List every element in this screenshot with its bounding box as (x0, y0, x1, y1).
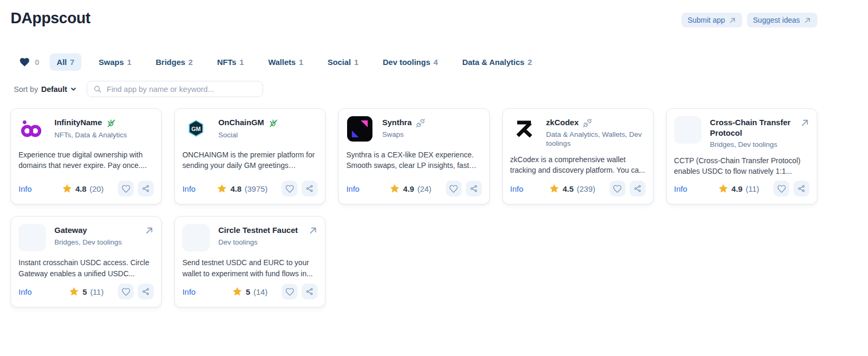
app-categories[interactable]: Swaps (382, 130, 481, 139)
app-card[interactable]: GM Circle Testnet Faucet (174, 216, 325, 307)
rating-count: (20) (90, 184, 104, 193)
info-link[interactable]: Info (346, 184, 359, 193)
share-button[interactable] (630, 181, 646, 196)
app-categories[interactable]: NFTs, Data & Analytics (54, 131, 154, 140)
submit-app-label: Submit app (687, 16, 725, 24)
app-card-header: GM OnChainGM (182, 116, 318, 144)
app-description: ONCHAINGM is the premier platform for se… (182, 149, 318, 171)
favorite-button[interactable] (282, 284, 297, 299)
heart-icon (122, 184, 130, 193)
zkcodex-logo-icon (512, 117, 536, 143)
sort-dropdown[interactable]: Sort by Default (14, 85, 77, 93)
filter-tab[interactable]: Swaps 1 (92, 53, 138, 71)
app-rating[interactable]: 4.8 (20) (62, 183, 104, 194)
heart-icon (19, 57, 30, 68)
app-rating[interactable]: 4.9 (11) (718, 183, 759, 194)
filter-tab-label: Bridges (156, 58, 185, 67)
favorites-filter[interactable]: 0 (11, 52, 39, 72)
info-link[interactable]: Info (182, 287, 195, 296)
app-card[interactable]: GM Synthra (338, 108, 489, 204)
favorite-button[interactable] (118, 284, 134, 299)
rating-count: (14) (254, 287, 268, 296)
rating-value: 4.9 (403, 184, 414, 193)
app-title-block: Circle Testnet Faucet Dev toolings (218, 224, 318, 251)
filter-tab[interactable]: Bridges 2 (149, 53, 200, 71)
app-card[interactable]: GM InfinityName (11, 108, 162, 204)
app-title-block: zkCodex Data & Analytics, Wallets, Dev t… (546, 116, 646, 148)
app-categories[interactable]: Data & Analytics, Wallets, Dev toolings (546, 130, 646, 148)
app-rating[interactable]: 5 (11) (69, 286, 104, 297)
app-name: InfinityName (54, 117, 102, 128)
share-icon (633, 184, 642, 193)
onchaingm-logo-icon: GM (183, 116, 209, 144)
info-link[interactable]: Info (18, 287, 32, 296)
filter-tab-label: Swaps (99, 58, 124, 67)
app-rating[interactable]: 4.8 (3975) (217, 183, 267, 194)
filter-tab[interactable]: NFTs 1 (210, 53, 251, 71)
favorite-button[interactable] (610, 181, 626, 196)
infinityname-logo-icon (19, 117, 45, 143)
rating-value: 4.8 (230, 184, 241, 193)
favorite-button[interactable] (446, 181, 462, 196)
share-button[interactable] (138, 284, 154, 299)
app-description: Instant crosschain USDC access. Circle G… (18, 257, 154, 279)
circle-logo-icon (185, 226, 207, 249)
app-logo: GM (18, 116, 46, 144)
share-button[interactable] (466, 181, 482, 196)
chevron-down-icon (70, 86, 77, 92)
submit-app-button[interactable]: Submit app (682, 13, 742, 27)
app-card[interactable]: GM Gateway (11, 216, 162, 307)
app-categories[interactable]: Bridges, Dev toolings (710, 140, 809, 149)
app-name: Circle Testnet Faucet (218, 225, 298, 236)
filter-tab[interactable]: Wallets 1 (262, 53, 310, 71)
share-button[interactable] (302, 181, 318, 196)
suggest-ideas-button[interactable]: Suggest ideas (747, 13, 817, 27)
page-header: DAppscout Submit app Suggest ideas (11, 10, 817, 27)
app-card-footer: Info 4.5 (239) (510, 176, 646, 196)
star-icon (217, 183, 227, 194)
toolbar: Sort by Default (11, 81, 817, 97)
app-logo: GM (18, 224, 46, 251)
app-card-header: GM Gateway (18, 224, 154, 251)
app-rating[interactable]: 5 (14) (232, 286, 267, 297)
app-categories[interactable]: Social (218, 131, 318, 140)
rating-count: (3975) (245, 184, 267, 193)
app-rating[interactable]: 4.9 (24) (389, 183, 432, 194)
share-icon (305, 184, 314, 193)
app-card[interactable]: GM OnChainGM (174, 108, 325, 204)
rating-value: 5 (82, 287, 87, 296)
app-logo: GM (510, 116, 538, 144)
synthra-logo-icon (347, 116, 372, 144)
info-link[interactable]: Info (510, 184, 524, 193)
app-name: Cross-Chain Transfer Protocol (710, 117, 796, 138)
share-icon (305, 287, 314, 296)
app-categories[interactable]: Dev toolings (218, 238, 318, 247)
info-link[interactable]: Info (182, 184, 195, 193)
star-icon (389, 183, 400, 194)
app-logo: GM (346, 116, 374, 144)
favorite-button[interactable] (118, 181, 134, 196)
app-card[interactable]: GM zkCodex (502, 108, 654, 204)
app-categories[interactable]: Bridges, Dev toolings (54, 238, 154, 247)
filter-tab[interactable]: Social 1 (321, 53, 366, 71)
app-description: Experience true digital ownership with d… (18, 149, 154, 171)
app-card[interactable]: GM Cross-Chain Transfer Protocol (666, 108, 817, 204)
app-title-block: OnChainGM Social (218, 116, 318, 144)
share-button[interactable] (794, 181, 809, 196)
share-button[interactable] (302, 284, 318, 299)
star-icon (62, 183, 72, 194)
share-button[interactable] (138, 181, 154, 196)
rating-count: (11) (90, 287, 104, 296)
search-input[interactable] (107, 85, 257, 93)
app-card-footer: Info 4.9 (24) (346, 176, 481, 196)
app-card-header: GM zkCodex (510, 116, 646, 148)
favorite-button[interactable] (282, 181, 297, 196)
info-link[interactable]: Info (18, 184, 32, 193)
info-link[interactable]: Info (674, 184, 687, 193)
app-rating[interactable]: 4.5 (239) (549, 183, 595, 194)
favorite-button[interactable] (773, 181, 789, 196)
filter-tab[interactable]: Data & Analytics 2 (455, 53, 539, 71)
filter-tab[interactable]: All 7 (50, 53, 81, 71)
search-box (87, 81, 263, 97)
filter-tab[interactable]: Dev toolings 4 (376, 53, 445, 71)
